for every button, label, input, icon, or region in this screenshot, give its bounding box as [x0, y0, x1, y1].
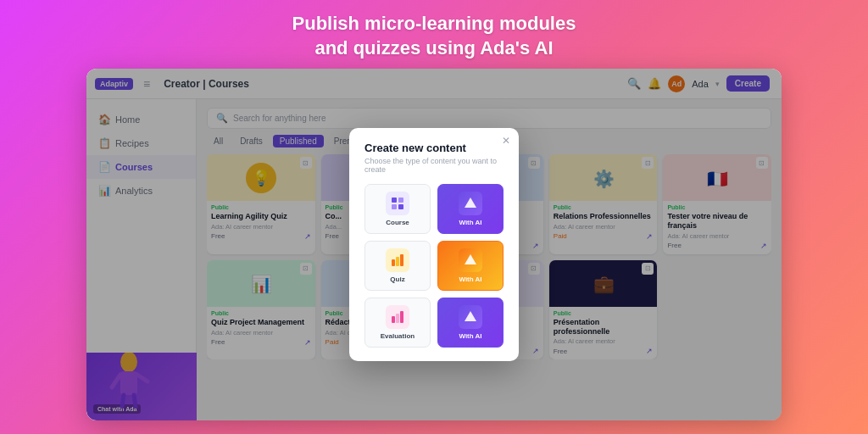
modal-subtitle: Choose the type of content you want to c…: [364, 157, 504, 174]
svg-marker-24: [465, 254, 476, 264]
svg-rect-19: [398, 204, 403, 209]
svg-rect-27: [400, 311, 403, 323]
svg-rect-21: [392, 259, 395, 266]
option-evaluation[interactable]: Evaluation: [364, 298, 431, 348]
modal-row-1: Course With AI: [364, 184, 504, 234]
option-evaluation-label: Evaluation: [381, 332, 415, 340]
svg-rect-17: [398, 198, 403, 203]
svg-rect-23: [400, 254, 403, 266]
option-quiz-label: Quiz: [390, 275, 404, 283]
option-course-label: Course: [386, 219, 409, 226]
headline-line2: and quizzes using Ada's AI: [292, 36, 576, 61]
modal-overlay[interactable]: ✕ Create new content Choose the type of …: [86, 69, 782, 420]
option-course-ai-label: With AI: [459, 219, 481, 226]
svg-rect-16: [392, 198, 397, 203]
svg-marker-20: [465, 198, 476, 208]
option-eval-ai[interactable]: With AI: [437, 298, 504, 348]
option-quiz-ai[interactable]: With AI: [437, 241, 504, 291]
modal-title: Create new content: [364, 142, 504, 154]
course-ai-option-icon: [459, 192, 482, 215]
create-content-modal: ✕ Create new content Choose the type of …: [349, 128, 519, 361]
option-eval-ai-label: With AI: [459, 332, 481, 340]
headline: Publish micro-learning modules and quizz…: [292, 0, 576, 69]
modal-row-3: Evaluation With AI: [364, 298, 504, 348]
svg-rect-18: [392, 204, 397, 209]
option-course-ai[interactable]: With AI: [437, 184, 504, 234]
headline-line1: Publish micro-learning modules: [292, 12, 576, 36]
option-course[interactable]: Course: [364, 184, 431, 234]
app-window: Adaptiv ≡ Creator | Courses 🔍 🔔 Ad Ada ▾…: [86, 69, 782, 420]
svg-rect-22: [396, 257, 399, 266]
svg-rect-25: [392, 316, 395, 323]
modal-options: Course With AI Quiz: [364, 184, 504, 348]
eval-ai-option-icon: [459, 305, 482, 329]
eval-option-icon: [386, 305, 409, 329]
svg-rect-26: [396, 314, 399, 323]
option-quiz-ai-label: With AI: [459, 275, 481, 283]
modal-close-button[interactable]: ✕: [502, 135, 510, 147]
quiz-ai-option-icon: [459, 248, 482, 272]
course-option-icon: [386, 192, 409, 215]
svg-marker-28: [465, 311, 476, 321]
modal-row-2: Quiz With AI: [364, 241, 504, 291]
quiz-option-icon: [386, 248, 409, 272]
option-quiz[interactable]: Quiz: [364, 241, 431, 291]
